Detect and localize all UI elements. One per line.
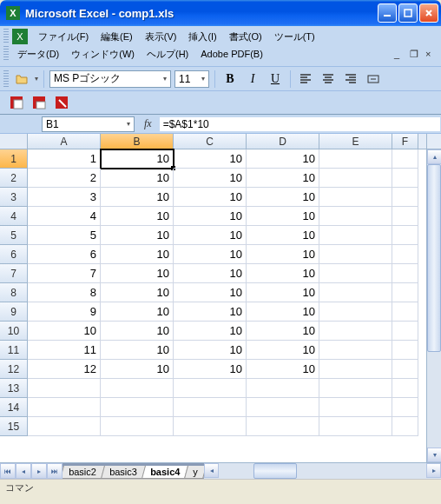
scroll-track[interactable] — [427, 164, 441, 448]
cell[interactable] — [392, 245, 418, 264]
underline-button[interactable]: U — [266, 70, 285, 89]
cell[interactable] — [319, 341, 392, 360]
bold-button[interactable]: B — [220, 70, 240, 89]
row-header[interactable]: 5 — [0, 226, 28, 245]
cell[interactable] — [28, 417, 101, 436]
cell[interactable]: 10 — [101, 302, 174, 322]
tab-nav-last[interactable]: ⏭ — [47, 463, 63, 479]
column-header[interactable]: B — [101, 134, 174, 149]
menu-file[interactable]: ファイル(F) — [33, 29, 94, 45]
merge-button[interactable] — [364, 70, 383, 89]
cell[interactable] — [392, 264, 418, 283]
cell[interactable] — [319, 322, 392, 341]
cell[interactable]: 10 — [247, 322, 319, 341]
cell[interactable]: 10 — [101, 226, 174, 245]
column-header[interactable]: C — [174, 134, 247, 149]
cell[interactable] — [247, 398, 319, 417]
close-button[interactable] — [419, 3, 438, 23]
open-icon[interactable] — [12, 70, 31, 89]
cell[interactable] — [319, 417, 392, 436]
cell[interactable] — [392, 302, 418, 322]
scroll-up-button[interactable]: ▴ — [427, 149, 441, 164]
cell[interactable]: 11 — [28, 341, 101, 360]
cell[interactable]: 10 — [174, 207, 247, 226]
cell[interactable] — [28, 379, 101, 398]
cell[interactable] — [101, 379, 174, 398]
scroll-down-button[interactable]: ▾ — [427, 448, 441, 462]
cell[interactable]: 10 — [101, 207, 174, 226]
formula-input[interactable]: =$A$1*10 — [159, 116, 441, 132]
menu-insert[interactable]: 挿入(I) — [183, 29, 221, 45]
menu-handle[interactable] — [3, 29, 9, 44]
row-header[interactable]: 12 — [0, 360, 28, 379]
cell[interactable] — [28, 398, 101, 417]
sheet-tab-basic2[interactable]: basic2 — [63, 466, 105, 479]
column-header[interactable]: E — [319, 134, 392, 149]
cell[interactable]: 7 — [28, 264, 101, 283]
cell[interactable]: 6 — [28, 245, 101, 264]
cell[interactable]: 10 — [174, 226, 247, 245]
fx-label[interactable]: fx — [137, 117, 159, 130]
align-center-button[interactable] — [319, 70, 338, 89]
pdf-email-icon[interactable] — [30, 93, 49, 112]
cell[interactable] — [392, 360, 418, 379]
cell[interactable]: 10 — [247, 226, 319, 245]
cell[interactable] — [392, 283, 418, 302]
font-name-combo[interactable]: MS Pゴシック ▾ — [49, 70, 171, 88]
cell[interactable]: 10 — [247, 169, 319, 188]
cell[interactable] — [247, 417, 319, 436]
cell[interactable] — [247, 379, 319, 398]
select-all-corner[interactable] — [0, 134, 28, 149]
cell[interactable]: 10 — [174, 245, 247, 264]
column-header[interactable]: A — [28, 134, 101, 149]
menu-handle-2[interactable] — [3, 46, 9, 62]
row-header[interactable]: 7 — [0, 264, 28, 283]
row-header[interactable]: 3 — [0, 188, 28, 207]
scroll-right-button[interactable]: ▸ — [426, 463, 441, 478]
maximize-button[interactable] — [398, 3, 418, 23]
doc-minimize-button[interactable]: _ — [394, 49, 406, 59]
row-header[interactable]: 10 — [0, 322, 28, 341]
row-header[interactable]: 8 — [0, 283, 28, 302]
cell[interactable]: 10 — [247, 360, 319, 379]
cell[interactable]: 10 — [174, 169, 247, 188]
row-header[interactable]: 13 — [0, 379, 28, 398]
italic-button[interactable]: I — [243, 70, 262, 89]
scroll-thumb[interactable] — [427, 164, 441, 352]
doc-close-button[interactable]: × — [425, 49, 438, 59]
cell[interactable] — [174, 398, 247, 417]
cell[interactable]: 10 — [101, 149, 174, 169]
cell[interactable] — [392, 379, 418, 398]
tab-nav-prev[interactable]: ◂ — [16, 463, 31, 479]
row-header[interactable]: 15 — [0, 417, 28, 436]
menu-format[interactable]: 書式(O) — [224, 29, 267, 45]
cell[interactable] — [392, 226, 418, 245]
cell[interactable]: 5 — [28, 226, 101, 245]
cell[interactable] — [392, 207, 418, 226]
cell[interactable] — [392, 341, 418, 360]
cell[interactable] — [392, 188, 418, 207]
doc-restore-button[interactable]: ❐ — [410, 49, 422, 59]
cell[interactable] — [319, 188, 392, 207]
cell[interactable] — [319, 245, 392, 264]
cell[interactable]: 10 — [101, 341, 174, 360]
tab-nav-next[interactable]: ▸ — [31, 463, 47, 479]
vertical-scrollbar[interactable]: ▴ ▾ — [426, 134, 441, 462]
font-size-combo[interactable]: 11 ▾ — [174, 70, 209, 88]
name-box[interactable]: B1 ▾ — [42, 116, 135, 132]
cell[interactable] — [319, 169, 392, 188]
cell[interactable]: 10 — [174, 360, 247, 379]
cell[interactable] — [392, 169, 418, 188]
cell[interactable] — [392, 417, 418, 436]
cell[interactable] — [319, 379, 392, 398]
pdf-review-icon[interactable] — [52, 93, 71, 112]
cell[interactable]: 10 — [101, 245, 174, 264]
cell[interactable] — [392, 322, 418, 341]
cell[interactable]: 10 — [174, 283, 247, 302]
menu-help[interactable]: ヘルプ(H) — [142, 46, 194, 63]
open-dropdown[interactable]: ▾ — [35, 75, 38, 83]
cell[interactable]: 10 — [101, 169, 174, 188]
cell[interactable] — [101, 398, 174, 417]
row-header[interactable]: 14 — [0, 398, 28, 417]
cell[interactable]: 10 — [28, 322, 101, 341]
